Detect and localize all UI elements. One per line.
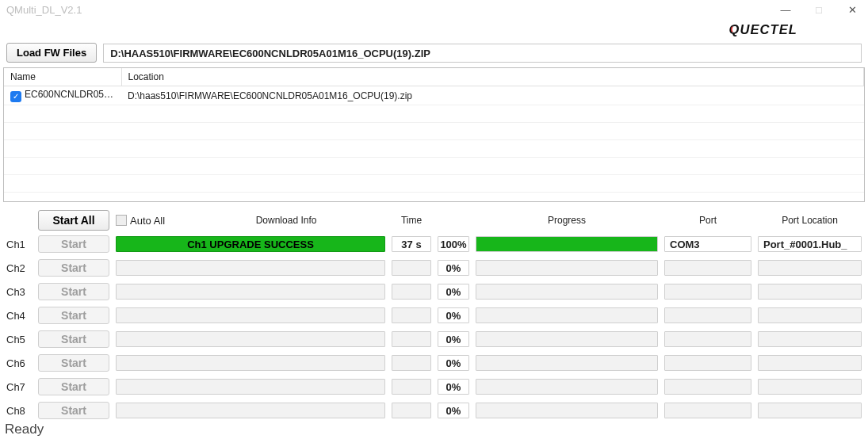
progress-bar <box>476 260 658 276</box>
start-button[interactable]: Start <box>38 259 109 277</box>
time-slot <box>392 355 431 371</box>
time-slot <box>392 284 431 300</box>
port-location-slot <box>758 307 862 323</box>
col-header-name[interactable]: Name <box>4 68 121 86</box>
channel-label: Ch4 <box>6 310 32 322</box>
progress-bar <box>476 331 658 347</box>
minimize-icon[interactable]: — <box>776 4 795 16</box>
port-location-slot <box>758 331 862 347</box>
auto-all-label: Auto All <box>130 215 165 227</box>
checkbox-icon <box>116 215 127 226</box>
channel-row: Ch6Start0% <box>6 354 862 372</box>
fw-path-field[interactable]: D:\HAAS510\FIRMWARE\EC600NCNLDR05A01M16_… <box>103 44 862 63</box>
port-location-slot <box>758 260 862 276</box>
start-button[interactable]: Start <box>38 283 109 300</box>
start-button[interactable]: Start <box>38 235 109 253</box>
channel-label: Ch6 <box>6 357 32 369</box>
percent-slot: 0% <box>438 403 469 418</box>
channel-label: Ch1 <box>6 239 32 250</box>
port-slot <box>664 379 751 395</box>
percent-slot: 0% <box>438 307 469 323</box>
download-info-slot: Ch1 UPGRADE SUCCESS <box>116 236 385 252</box>
start-all-button[interactable]: Start All <box>38 210 109 231</box>
port-slot <box>664 403 751 418</box>
channel-row: Ch4Start0% <box>6 307 862 324</box>
percent-slot: 100% <box>438 236 469 252</box>
percent-slot: 0% <box>438 379 469 395</box>
file-name: EC600NCNLDR05A0... <box>25 89 121 100</box>
header-time: Time <box>392 215 431 226</box>
progress-bar <box>476 307 658 323</box>
header-progress: Progress <box>476 215 658 226</box>
download-info-slot <box>116 331 385 347</box>
start-button[interactable]: Start <box>38 402 109 419</box>
col-header-location[interactable]: Location <box>121 68 864 86</box>
channel-label: Ch2 <box>6 262 32 274</box>
start-button[interactable]: Start <box>38 378 109 395</box>
load-fw-row: Load FW Files D:\HAAS510\FIRMWARE\EC600N… <box>0 41 868 67</box>
percent-slot: 0% <box>438 260 469 276</box>
channel-row: Ch3Start0% <box>6 283 862 300</box>
channel-row: Ch2Start0% <box>6 259 862 277</box>
port-location-slot <box>758 379 862 395</box>
start-button[interactable]: Start <box>38 307 109 324</box>
progress-bar <box>476 403 658 418</box>
port-slot <box>664 355 751 371</box>
table-row <box>4 175 864 193</box>
status-bar: Ready <box>0 420 868 439</box>
channel-row: Ch8Start0% <box>6 402 862 419</box>
download-info-slot <box>116 379 385 395</box>
channels-panel: Start All Auto All Download Info Time Pr… <box>0 207 868 427</box>
table-row <box>4 123 864 140</box>
svg-text:QUECTEL: QUECTEL <box>729 21 798 36</box>
channel-label: Ch5 <box>6 334 32 345</box>
close-icon[interactable]: ✕ <box>843 4 862 16</box>
percent-slot: 0% <box>438 331 469 347</box>
download-info-slot <box>116 260 385 276</box>
channel-label: Ch3 <box>6 286 32 298</box>
header-port: Port <box>664 215 751 226</box>
port-location-slot: Port_#0001.Hub_ <box>758 236 862 252</box>
logo-row: QUECTEL <box>0 19 868 41</box>
progress-bar <box>476 284 658 300</box>
time-slot <box>392 379 431 395</box>
port-slot <box>664 307 751 323</box>
brand-logo: QUECTEL <box>727 21 862 40</box>
start-button[interactable]: Start <box>38 354 109 372</box>
table-row[interactable]: ✓EC600NCNLDR05A0...D:\haas510\FIRMWARE\E… <box>4 86 864 105</box>
port-location-slot <box>758 403 862 418</box>
channels-header: Start All Auto All Download Info Time Pr… <box>6 210 862 231</box>
titlebar: QMulti_DL_V2.1 — □ ✕ <box>0 0 868 19</box>
channel-label: Ch7 <box>6 381 32 393</box>
progress-bar <box>476 355 658 371</box>
table-row <box>4 158 864 175</box>
percent-slot: 0% <box>438 284 469 300</box>
file-table[interactable]: Name Location ✓EC600NCNLDR05A0...D:\haas… <box>3 67 865 202</box>
maximize-icon[interactable]: □ <box>809 4 828 16</box>
channel-row: Ch1StartCh1 UPGRADE SUCCESS37 s100%COM3P… <box>6 235 862 253</box>
time-slot <box>392 403 431 418</box>
time-slot <box>392 260 431 276</box>
channel-label: Ch8 <box>6 405 32 417</box>
channel-row: Ch5Start0% <box>6 330 862 348</box>
progress-bar <box>476 236 658 252</box>
download-info-slot <box>116 355 385 371</box>
table-row <box>4 140 864 158</box>
time-slot <box>392 307 431 323</box>
file-location: D:\haas510\FIRMWARE\EC600NCNLDR05A01M16_… <box>121 86 864 105</box>
percent-slot: 0% <box>438 355 469 371</box>
download-info-slot <box>116 284 385 300</box>
header-port-location: Port Location <box>758 215 862 226</box>
start-button[interactable]: Start <box>38 330 109 348</box>
port-slot <box>664 331 751 347</box>
auto-all-checkbox[interactable]: Auto All <box>116 215 165 227</box>
channel-row: Ch7Start0% <box>6 378 862 395</box>
port-location-slot <box>758 284 862 300</box>
port-slot <box>664 260 751 276</box>
window-controls: — □ ✕ <box>776 4 862 16</box>
download-info-slot <box>116 307 385 323</box>
check-icon[interactable]: ✓ <box>10 91 21 102</box>
load-fw-button[interactable]: Load FW Files <box>6 43 97 63</box>
download-info-slot <box>116 403 385 418</box>
port-slot <box>664 284 751 300</box>
